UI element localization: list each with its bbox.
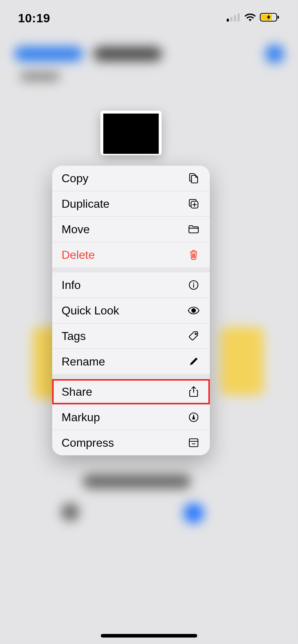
menu-separator: [52, 374, 210, 379]
info-icon: [188, 279, 200, 291]
menu-item-label: Compress: [62, 436, 114, 450]
pencil-icon: [188, 355, 200, 368]
menu-item-duplicate[interactable]: Duplicate: [52, 191, 210, 216]
menu-item-label: Move: [62, 223, 90, 236]
tag-icon: [188, 330, 200, 342]
menu-item-label: Tags: [62, 330, 86, 343]
menu-item-label: Markup: [62, 411, 100, 424]
menu-item-copy[interactable]: Copy: [52, 166, 210, 191]
svg-point-9: [193, 282, 194, 284]
markup-icon: [188, 411, 200, 423]
copy-icon: [188, 172, 200, 184]
svg-rect-1: [230, 17, 232, 22]
svg-point-11: [195, 333, 197, 335]
svg-rect-0: [227, 19, 229, 22]
menu-group: Copy Duplicate Move: [52, 166, 210, 267]
menu-item-rename[interactable]: Rename: [52, 349, 210, 374]
menu-item-label: Rename: [62, 355, 105, 368]
svg-rect-13: [189, 439, 198, 447]
menu-item-label: Share: [62, 385, 92, 399]
menu-item-tags[interactable]: Tags: [52, 323, 210, 349]
menu-separator: [52, 267, 210, 272]
archive-icon: [188, 437, 200, 449]
menu-item-delete[interactable]: Delete: [52, 242, 210, 267]
svg-rect-6: [261, 14, 272, 20]
svg-rect-2: [234, 15, 236, 22]
svg-point-10: [192, 309, 195, 312]
menu-item-label: Info: [62, 279, 81, 292]
status-bar: 10:19: [0, 0, 298, 36]
menu-item-compress[interactable]: Compress: [52, 430, 210, 455]
file-preview-thumbnail[interactable]: [100, 111, 162, 155]
share-icon: [188, 386, 200, 398]
battery-charging-icon: [260, 13, 280, 23]
menu-item-move[interactable]: Move: [52, 216, 210, 242]
menu-item-markup[interactable]: Markup: [52, 404, 210, 430]
folder-icon: [188, 223, 200, 235]
trash-icon: [188, 249, 200, 261]
home-indicator[interactable]: [101, 634, 197, 638]
duplicate-icon: [188, 198, 200, 210]
menu-item-label: Duplicate: [62, 197, 109, 211]
svg-rect-3: [238, 13, 240, 22]
menu-item-label: Copy: [62, 172, 89, 185]
status-time: 10:19: [18, 11, 50, 25]
wifi-icon: [244, 13, 256, 23]
file-preview-image: [103, 114, 159, 154]
menu-item-quicklook[interactable]: Quick Look: [52, 298, 210, 323]
eye-icon: [188, 304, 200, 317]
menu-group: Share Markup Compress: [52, 379, 210, 455]
menu-item-label: Quick Look: [62, 304, 119, 317]
svg-rect-5: [277, 16, 279, 19]
menu-group: Info Quick Look Tags: [52, 272, 210, 374]
cellular-icon: [227, 13, 240, 23]
menu-item-share[interactable]: Share: [52, 379, 210, 404]
menu-item-info[interactable]: Info: [52, 272, 210, 298]
context-menu: Copy Duplicate Move: [52, 166, 210, 455]
menu-item-label: Delete: [62, 248, 95, 262]
